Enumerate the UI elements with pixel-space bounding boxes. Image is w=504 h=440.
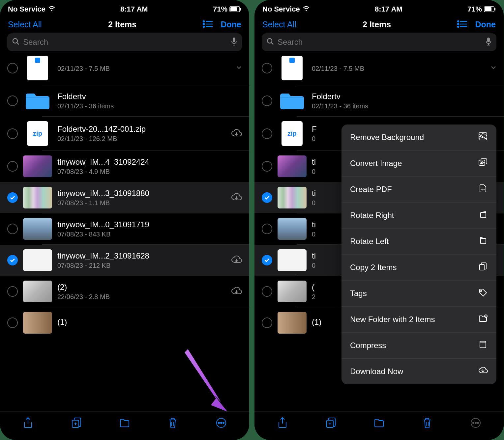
cloud-download-icon[interactable] (231, 128, 242, 139)
search-bar[interactable] (262, 33, 496, 51)
convert-icon (478, 158, 488, 169)
selection-checkbox[interactable] (7, 224, 18, 234)
file-row[interactable]: 02/11/23 - 7.5 MB (254, 56, 504, 85)
file-name: (1) (57, 317, 242, 327)
selection-checkbox[interactable] (262, 286, 272, 297)
select-all-button[interactable]: Select All (8, 20, 42, 29)
folder-button[interactable] (373, 417, 385, 430)
menu-item-copy[interactable]: Copy 2 Items (341, 255, 496, 281)
menu-item-label: Rotate Left (350, 237, 389, 246)
trash-button[interactable] (167, 417, 178, 430)
file-row[interactable]: tinywow_IM...3_3109188007/08/23 - 1.1 MB (0, 182, 249, 213)
selection-checkbox[interactable] (7, 192, 18, 203)
menu-item-tag[interactable]: Tags (341, 281, 496, 307)
copy-icon (478, 262, 488, 273)
folder-button[interactable] (119, 417, 130, 430)
search-input[interactable] (23, 38, 227, 47)
file-thumbnail (278, 218, 307, 240)
file-thumbnail (282, 121, 303, 146)
selection-checkbox[interactable] (262, 224, 272, 234)
file-row[interactable]: tinywow_IM...4_3109242407/08/23 - 4.9 MB (0, 151, 249, 182)
selection-checkbox[interactable] (7, 63, 18, 73)
menu-item-rotate-l[interactable]: Rotate Left (341, 229, 496, 255)
selection-checkbox[interactable] (262, 96, 272, 106)
cloud-download-icon[interactable] (231, 255, 242, 265)
selection-checkbox[interactable] (7, 161, 18, 172)
menu-item-label: Remove Background (350, 133, 424, 142)
done-button[interactable]: Done (221, 20, 241, 29)
mic-icon[interactable] (231, 37, 237, 47)
select-all-button[interactable]: Select All (262, 20, 296, 29)
svg-text:PDF: PDF (481, 188, 485, 191)
file-thumbnail (23, 312, 52, 334)
selection-checkbox[interactable] (262, 128, 272, 139)
wifi-icon (48, 5, 55, 14)
file-row[interactable]: Foldertv-20...14Z-001.zip02/11/23 - 126.… (0, 117, 249, 151)
remove-bg-icon (478, 132, 488, 143)
svg-point-45 (477, 422, 479, 424)
selection-checkbox[interactable] (262, 317, 272, 328)
menu-item-remove-bg[interactable]: Remove Background (341, 124, 496, 151)
file-meta: 02/11/23 - 7.5 MB (312, 65, 485, 72)
cloud-download-icon[interactable] (231, 286, 242, 297)
file-thumbnail (23, 218, 52, 240)
selection-checkbox[interactable] (262, 161, 272, 172)
file-info: Foldertv-20...14Z-001.zip02/11/23 - 126.… (57, 124, 225, 143)
selection-checkbox[interactable] (7, 128, 18, 139)
file-meta: 07/08/23 - 4.9 MB (57, 168, 242, 176)
file-row[interactable]: Foldertv02/11/23 - 36 items (0, 85, 249, 116)
selection-checkbox[interactable] (262, 63, 272, 73)
menu-item-newfolder[interactable]: New Folder with 2 Items (341, 307, 496, 333)
mic-icon[interactable] (485, 37, 492, 47)
search-input[interactable] (278, 38, 482, 47)
selection-checkbox[interactable] (7, 96, 18, 106)
menu-item-compress[interactable]: Compress (341, 333, 496, 359)
selection-checkbox[interactable] (7, 255, 18, 265)
svg-point-7 (203, 26, 204, 27)
menu-item-rotate-r[interactable]: Rotate Right (341, 203, 496, 229)
svg-point-14 (218, 422, 220, 424)
svg-point-3 (203, 21, 204, 22)
selection-checkbox[interactable] (7, 317, 18, 328)
file-meta: 02/11/23 - 126.2 MB (57, 135, 225, 143)
share-button[interactable] (22, 417, 34, 430)
rotate-r-icon (478, 210, 488, 221)
battery-percent: 71% (467, 5, 482, 14)
trash-button[interactable] (422, 417, 433, 430)
selection-checkbox[interactable] (262, 192, 272, 203)
duplicate-button[interactable] (325, 417, 337, 430)
selection-checkbox[interactable] (262, 255, 272, 265)
file-thumbnail (282, 56, 303, 80)
duplicate-button[interactable] (71, 417, 82, 430)
more-button[interactable] (216, 417, 227, 430)
menu-item-label: Copy 2 Items (350, 263, 397, 272)
nav-bar: Select All 2 Items Done (254, 16, 504, 33)
file-row[interactable]: tinywow_IM...2_3109162807/08/23 - 212 KB (0, 245, 249, 276)
menu-item-convert[interactable]: Convert Image (341, 151, 496, 177)
file-row[interactable]: (1) (0, 307, 249, 338)
file-thumbnail (278, 312, 307, 334)
view-list-icon[interactable] (457, 20, 467, 29)
file-row[interactable]: 02/11/23 - 7.5 MB (0, 56, 249, 85)
done-button[interactable]: Done (475, 20, 496, 29)
selection-checkbox[interactable] (7, 286, 18, 297)
file-info: tinywow_IM...4_3109242407/08/23 - 4.9 MB (57, 157, 242, 176)
file-row[interactable]: Foldertv02/11/23 - 36 items (254, 85, 504, 116)
more-button[interactable] (470, 417, 481, 430)
file-row[interactable]: tinywow_IM...0_3109171907/08/23 - 843 KB (0, 213, 249, 244)
file-info: 02/11/23 - 7.5 MB (57, 64, 231, 72)
cloud-download-icon[interactable] (231, 192, 242, 203)
menu-item-download[interactable]: Download Now (341, 359, 496, 384)
svg-rect-34 (481, 212, 486, 218)
file-list[interactable]: 02/11/23 - 7.5 MBFoldertv02/11/23 - 36 i… (0, 56, 249, 411)
time: 8:17 AM (120, 5, 148, 14)
svg-point-37 (481, 290, 482, 292)
file-row[interactable]: (2)22/06/23 - 2.8 MB (0, 276, 249, 307)
share-button[interactable] (277, 417, 288, 430)
file-name: tinywow_IM...2_31091628 (57, 251, 225, 261)
search-bar[interactable] (7, 33, 242, 51)
battery-percent: 71% (213, 5, 227, 14)
menu-item-pdf[interactable]: Create PDFPDF (341, 177, 496, 203)
svg-rect-28 (487, 38, 490, 42)
view-list-icon[interactable] (203, 20, 213, 29)
